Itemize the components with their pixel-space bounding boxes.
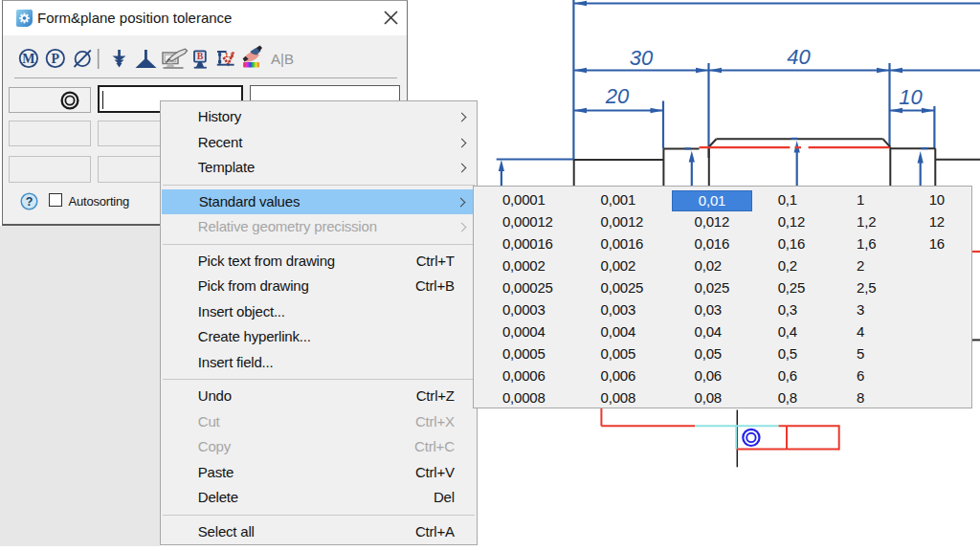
svg-text:M: M	[22, 52, 34, 66]
svg-text:B: B	[197, 51, 204, 61]
svg-text:40: 40	[787, 45, 811, 69]
svg-text:A|B: A|B	[271, 51, 294, 67]
svg-text:10: 10	[899, 85, 923, 109]
svg-text:?: ?	[25, 195, 33, 209]
svg-text:20: 20	[605, 84, 630, 108]
svg-text:P: P	[52, 52, 60, 66]
svg-text:30: 30	[630, 46, 654, 70]
